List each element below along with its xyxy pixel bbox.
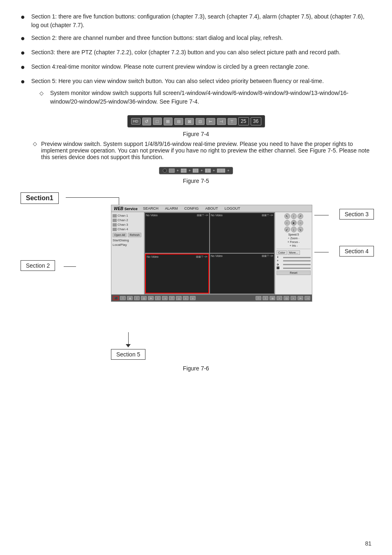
video-cell-1: No Video ⊞⊠⊤⊣+	[145, 213, 209, 253]
sat-icon: ⬛	[277, 266, 282, 269]
hue-slider[interactable]	[283, 257, 311, 258]
section5-arrow-vert	[128, 332, 129, 345]
tb2-9win	[193, 169, 198, 173]
web-body: Chan 1 Chan 2 Chan 3 Chan 4 Open All Ref…	[111, 212, 312, 294]
contrast-slider[interactable]	[283, 264, 311, 265]
tb2-more	[217, 169, 225, 173]
preview-text: Preview window switch. System support 1/…	[41, 141, 371, 160]
bullet-dot-3: ●	[21, 47, 28, 58]
zoom-minus-icon: -	[298, 237, 299, 240]
ptz-up[interactable]: ↑	[291, 213, 297, 219]
bullet-item-3: ● Section3: there are PTZ (chapter 7.2.2…	[21, 48, 371, 58]
video-cell-2: No Video ⊞⊠⊤⊣+	[210, 213, 274, 253]
btm-icon-13w[interactable]: ⊤	[169, 296, 175, 300]
btm-icon-9w[interactable]: ⊣	[162, 296, 168, 300]
btm-right-6[interactable]: ⊢	[297, 296, 303, 300]
sidebar-chan4: Chan 4	[113, 227, 143, 231]
sub-list: ◇ System monitor window switch supports …	[31, 89, 371, 106]
btm-icon-16w[interactable]: ⊥	[176, 296, 182, 300]
ptz-row3: ↙ ↓ ↘	[277, 227, 311, 232]
btm-right-4[interactable]: ⊡	[284, 296, 289, 300]
localplay-label: LocalPlay	[113, 243, 127, 247]
ptz-up-left[interactable]: ↖	[284, 213, 290, 219]
figure-7-4-caption: Figure 7-4	[183, 131, 209, 137]
zoom-plus-icon: +	[288, 237, 289, 240]
video-cell-4: No Video ⊞⊠⊤⊣+	[210, 254, 274, 294]
bullet-dot-2: ●	[21, 33, 28, 44]
iris-label: + Iris -	[290, 244, 298, 247]
ptz-right[interactable]: →	[297, 220, 303, 226]
btm-icon-8w[interactable]: ⊢	[148, 296, 154, 300]
bright-row: ☀	[277, 259, 311, 262]
bottom-left-icons: ⬛ □ ⊞ | ⊡ ⊢ | ⊣ ⊤ ⊥ ⊦ ⊧	[113, 296, 196, 300]
sub-item-1: ◇ System monitor window switch supports …	[39, 89, 371, 106]
sidebar-btns: Open All Refresh	[113, 233, 143, 237]
btm-icon-25w[interactable]: ⊧	[190, 296, 196, 300]
btm-right-2[interactable]: ⊞	[270, 296, 275, 300]
more-tab[interactable]: More...	[288, 250, 300, 255]
vc4-ctrl: ⊞⊠⊤⊣+	[262, 254, 273, 258]
btm-icon-full[interactable]: ⬛	[113, 296, 119, 300]
vc4-label: No Video	[211, 254, 223, 257]
bullet-text-4: Section 4:real-time monitor window. Plea…	[31, 62, 371, 71]
bright-icon: ☀	[277, 259, 282, 262]
chan3-label: Chan 3	[118, 223, 128, 227]
refresh-btn[interactable]: Refresh	[128, 233, 141, 237]
nav-about[interactable]: ABOUT	[204, 206, 219, 211]
figure-7-6-caption: Figure 7-6	[21, 365, 371, 372]
ptz-row2: ← ● →	[277, 220, 311, 226]
btm-right-5[interactable]: +	[291, 296, 296, 300]
nav-logout[interactable]: LOGOUT	[223, 206, 241, 211]
sat-slider[interactable]	[283, 268, 311, 269]
bullet-dot-4: ●	[21, 62, 28, 73]
section5-arrowhead	[126, 344, 131, 347]
figure-7-4-toolbar: HD ↺ □ ⊞ ⊟ ⊠ ⊡ ⊢ ⊣ ⊤ 25 36	[127, 115, 265, 127]
vc1-ctrl: ⊞⊠⊤⊣+	[197, 214, 208, 217]
contrast-icon: ◑	[277, 263, 282, 266]
chan4-label: Chan 4	[118, 227, 128, 231]
hue-icon: 🌡	[277, 256, 282, 258]
bullet-text-3: Section3: there are PTZ (chapter 7.2.2),…	[31, 48, 371, 57]
video-cell-3: No Video ⊞⊠⊤⊣+	[145, 254, 209, 294]
figure-7-5-container: + + + + + Figure 7-5	[21, 167, 371, 184]
toolbar-btn-13win: ⊢	[206, 118, 215, 125]
section3-label: Section 3	[339, 209, 374, 220]
vc2-label: No Video	[211, 214, 223, 217]
figure-7-4-container: HD ↺ □ ⊞ ⊟ ⊠ ⊡ ⊢ ⊣ ⊤ 25 36 Figure 7-4	[21, 115, 371, 137]
ptz-dn-left[interactable]: ↙	[284, 227, 290, 232]
open-all-btn[interactable]: Open All	[113, 233, 127, 237]
btm-right-7[interactable]: ⊣	[304, 296, 310, 300]
btm-icon-6w[interactable]: ⊡	[141, 296, 147, 300]
ptz-down[interactable]: ↓	[291, 227, 297, 232]
sidebar-chan3: Chan 3	[113, 223, 143, 227]
nav-alarm[interactable]: ALARM	[164, 206, 179, 211]
ptz-row1: ↖ ↑ ↗	[277, 213, 311, 219]
btm-right-1[interactable]: □	[256, 296, 261, 300]
ptz-up-right[interactable]: ↗	[297, 213, 303, 219]
color-tab[interactable]: Color	[277, 250, 287, 255]
web-main-grid: No Video ⊞⊠⊤⊣+ No Video ⊞⊠⊤⊣+ No Video ⊞…	[144, 212, 275, 294]
nav-search[interactable]: SEARCH	[142, 206, 160, 211]
reset-btn[interactable]: Reset	[277, 271, 311, 275]
nav-config[interactable]: CONFIG	[183, 206, 200, 211]
ptz-left[interactable]: ←	[284, 220, 290, 226]
preview-diamond-bullet: ◇ Preview window switch. System support …	[33, 141, 371, 160]
btm-icon-20w[interactable]: ⊦	[183, 296, 189, 300]
bright-slider[interactable]	[283, 260, 311, 261]
ptz-center[interactable]: ●	[291, 220, 297, 226]
color-tabs: Color More...	[277, 250, 311, 255]
section5-label: Section 5	[111, 349, 145, 360]
web-bottom-bar: ⬛ □ ⊞ | ⊡ ⊢ | ⊣ ⊤ ⊥ ⊦ ⊧ □ | ⊞ + ⊡ + ⊢	[111, 294, 312, 301]
ptz-dn-right[interactable]: ↘	[297, 227, 303, 232]
tb2-plus4: +	[213, 169, 215, 173]
chan1-label: Chan 1	[118, 214, 128, 217]
btm-icon-4w[interactable]: ⊞	[127, 296, 133, 300]
bullet-text-5: Section 5: Here you can view window swit…	[31, 77, 371, 109]
toolbar-btn-8win: ⊠	[185, 118, 194, 125]
vc1-label: No Video	[146, 214, 158, 217]
chan3-icon	[113, 223, 117, 227]
diamond-icon-preview: ◇	[33, 141, 41, 160]
chan2-icon	[113, 219, 117, 222]
btm-icon-1w[interactable]: □	[120, 296, 126, 300]
btm-right-3[interactable]: +	[277, 296, 282, 300]
